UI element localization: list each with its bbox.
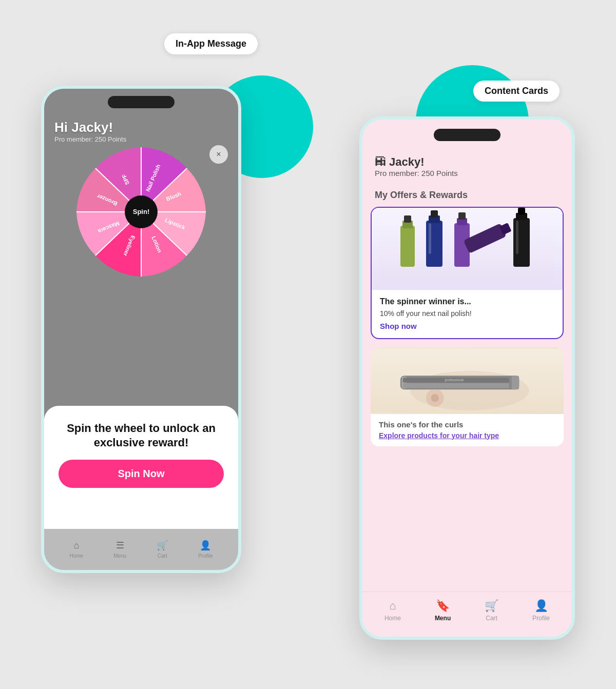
nav-menu-right[interactable]: 🔖 Menu (435, 599, 451, 622)
phone-right-notch (434, 129, 500, 141)
nav-profile-right[interactable]: 👤 Profile (532, 599, 550, 622)
spin-wheel[interactable]: Nail Polish Blush Lipstick Lotion Eyelin… (69, 140, 213, 284)
svg-rect-14 (426, 221, 442, 267)
card1-link[interactable]: Shop now (380, 322, 417, 330)
card2-body: This one's for the curls Explore product… (371, 414, 564, 446)
right-greeting: Hi Jacky! (375, 155, 560, 169)
nav-cart-right[interactable]: 🛒 Cart (485, 599, 498, 622)
nav-cart-left[interactable]: 🛒 Cart (157, 540, 168, 559)
nail-polish-scene (372, 208, 563, 290)
content-card-2: professional This one's for the curls Ex… (371, 347, 564, 446)
card1-description: 10% off your next nail polish! (380, 309, 554, 318)
menu-icon: 🔖 (436, 599, 450, 613)
section-title: My Offers & Rewards (362, 186, 572, 207)
right-bottom-nav: ⌂ Home 🔖 Menu 🛒 Cart 👤 Profile (362, 592, 572, 637)
card1-body: The spinner winner is... 10% off your ne… (372, 290, 563, 338)
card1-title: The spinner winner is... (380, 297, 554, 306)
nav-home-label: Home (384, 615, 401, 622)
nav-menu-left[interactable]: ☰ Menu (113, 540, 126, 559)
nav-profile-left[interactable]: 👤 Profile (198, 540, 213, 559)
left-phone: Hi Jacky! Pro member: 250 Points (41, 86, 241, 573)
svg-point-36 (431, 394, 439, 402)
svg-rect-22 (513, 218, 530, 267)
svg-rect-24 (518, 208, 525, 214)
card2-link[interactable]: Explore products for your hair type (379, 431, 499, 440)
nail-polish-bottles-svg (380, 208, 554, 285)
cart-icon: 🛒 (485, 599, 498, 613)
svg-rect-11 (400, 226, 415, 267)
svg-rect-25 (429, 223, 431, 254)
phone-left-notch (108, 96, 175, 108)
card2-image: professional (371, 347, 564, 414)
content-card-1: The spinner winner is... 10% off your ne… (371, 207, 564, 339)
card1-image (372, 208, 563, 290)
in-app-message-label: In-App Message (164, 33, 258, 54)
scene: In-App Message Content Cards Hi Jacky! P… (26, 24, 590, 665)
nav-home-left[interactable]: ⌂ Home (69, 540, 83, 559)
svg-rect-31 (512, 376, 519, 389)
hair-tool-svg: professional (371, 347, 564, 414)
nav-cart-label: Cart (486, 615, 497, 622)
svg-rect-19 (458, 212, 466, 220)
left-greeting: Hi Jacky! (54, 120, 228, 135)
svg-rect-16 (431, 210, 438, 218)
home-icon: ⌂ (389, 599, 396, 613)
spin-now-button[interactable]: Spin Now (59, 460, 224, 488)
content-cards-label: Content Cards (473, 81, 560, 102)
spin-center[interactable]: Spin! (125, 195, 158, 228)
svg-text:professional: professional (445, 378, 464, 382)
close-button[interactable]: × (209, 145, 228, 164)
spin-title: Spin the wheel to unlock an exclusive re… (59, 421, 224, 450)
right-membership: Pro member: 250 Points (375, 169, 560, 178)
nav-profile-label: Profile (532, 615, 550, 622)
svg-rect-33 (403, 383, 509, 388)
nav-menu-label: Menu (435, 615, 451, 622)
nav-home-right[interactable]: ⌂ Home (384, 599, 401, 622)
left-bottom-nav: ⌂ Home ☰ Menu 🛒 Cart 👤 Profile (44, 529, 238, 570)
card2-title: This one's for the curls (379, 420, 555, 429)
svg-rect-13 (404, 215, 411, 223)
svg-rect-26 (516, 221, 518, 254)
right-phone: ☰ Hi Jacky! Pro member: 250 Points My Of… (359, 116, 575, 640)
profile-icon: 👤 (534, 599, 548, 613)
hamburger-icon[interactable]: ☰ (375, 154, 385, 168)
